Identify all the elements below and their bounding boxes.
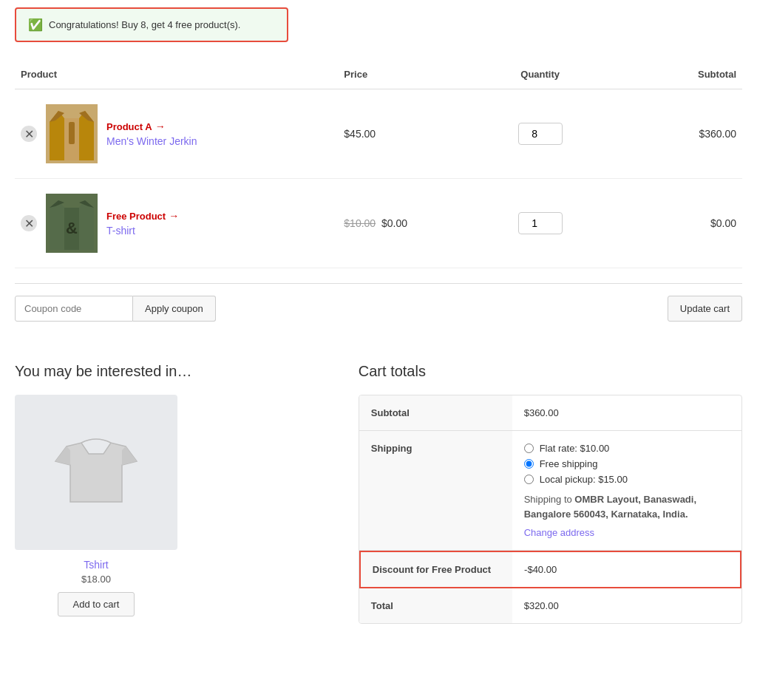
- discount-label: Discount for Free Product: [361, 552, 512, 587]
- subtotal-cell-2: $0.00: [621, 179, 742, 268]
- svg-text:&: &: [66, 219, 78, 237]
- total-label: Total: [359, 588, 512, 623]
- check-icon: ✅: [28, 18, 43, 32]
- apply-coupon-button[interactable]: Apply coupon: [133, 296, 216, 322]
- related-product-card: Tshirt $18.00 Add to cart: [15, 395, 177, 616]
- shipping-option-flat: Flat rate: $10.00: [524, 443, 730, 454]
- alert-message: Congratulations! Buy 8, get 4 free produ…: [49, 19, 240, 30]
- totals-subtotal-row: Subtotal $360.00: [359, 395, 741, 431]
- shipping-free-label: Free shipping: [540, 458, 598, 469]
- remove-item-2-button[interactable]: ✕: [21, 215, 37, 231]
- shipping-address: Shipping to OMBR Layout, Banaswadi, Bang…: [524, 492, 730, 521]
- bottom-section: You may be interested in… Tshirt $18.00 …: [15, 356, 742, 624]
- product-link-1[interactable]: Men's Winter Jerkin: [106, 135, 197, 147]
- price-cell-1: $45.00: [338, 89, 459, 179]
- related-product-image: [15, 395, 177, 550]
- svg-rect-5: [69, 122, 75, 144]
- quantity-input-1[interactable]: [518, 123, 563, 145]
- subtotal-cell-1: $360.00: [621, 89, 742, 179]
- related-tshirt-icon: [52, 428, 140, 517]
- update-cart-button[interactable]: Update cart: [668, 296, 742, 322]
- product-label-a: Product A: [106, 121, 152, 132]
- shipping-local-label: Local pickup: $15.00: [540, 474, 628, 485]
- coupon-input[interactable]: [15, 296, 133, 322]
- cart-totals-title: Cart totals: [359, 363, 742, 380]
- cart-row-1: ✕: [15, 89, 742, 179]
- svg-marker-6: [50, 200, 64, 250]
- cart-table: Product Price Quantity Subtotal ✕: [15, 60, 742, 268]
- col-header-product: Product: [15, 60, 338, 89]
- add-to-cart-button[interactable]: Add to cart: [58, 592, 135, 616]
- jacket-icon: [50, 107, 94, 160]
- col-header-subtotal: Subtotal: [621, 60, 742, 89]
- product-label-free: Free Product: [106, 211, 166, 222]
- cart-row-2: ✕ &: [15, 179, 742, 268]
- shipping-flat-label: Flat rate: $10.00: [540, 443, 610, 454]
- success-alert: ✅ Congratulations! Buy 8, get 4 free pro…: [15, 7, 288, 42]
- product-image-2: &: [46, 194, 98, 253]
- remove-item-1-button[interactable]: ✕: [21, 126, 37, 142]
- related-products-section: You may be interested in… Tshirt $18.00 …: [15, 363, 329, 624]
- discount-value: -$40.00: [512, 552, 740, 587]
- subtotal-value: $360.00: [512, 395, 741, 430]
- col-header-quantity: Quantity: [459, 60, 621, 89]
- shipping-free-radio[interactable]: [524, 459, 534, 469]
- shipping-option-local: Local pickup: $15.00: [524, 474, 730, 485]
- related-product-name[interactable]: Tshirt: [15, 559, 177, 571]
- totals-total-row: Total $320.00: [359, 588, 741, 623]
- product-image-1: [46, 104, 98, 163]
- total-value: $320.00: [512, 588, 741, 623]
- related-products-title: You may be interested in…: [15, 363, 329, 380]
- shipping-options: Flat rate: $10.00 Free shipping Local pi…: [512, 431, 741, 550]
- svg-marker-7: [79, 200, 94, 250]
- subtotal-label: Subtotal: [359, 395, 512, 430]
- quantity-input-2[interactable]: [518, 212, 563, 234]
- tshirt-product-icon: &: [50, 197, 94, 250]
- col-header-price: Price: [338, 60, 459, 89]
- shipping-flat-radio[interactable]: [524, 444, 534, 453]
- shipping-label: Shipping: [359, 431, 512, 550]
- coupon-row: Apply coupon Update cart: [15, 283, 742, 333]
- shipping-local-radio[interactable]: [524, 475, 534, 484]
- totals-shipping-row: Shipping Flat rate: $10.00 Free shipping: [359, 431, 741, 551]
- price-cell-2: $10.00 $0.00: [338, 179, 459, 268]
- totals-discount-row: Discount for Free Product -$40.00: [359, 551, 741, 588]
- related-product-price: $18.00: [15, 574, 177, 585]
- product-link-2[interactable]: T-shirt: [106, 225, 179, 237]
- cart-totals-section: Cart totals Subtotal $360.00 Shipping Fl…: [359, 363, 742, 624]
- shipping-option-free: Free shipping: [524, 458, 730, 469]
- totals-table: Subtotal $360.00 Shipping Flat rate: $10…: [359, 395, 742, 624]
- change-address-link[interactable]: Change address: [524, 527, 594, 538]
- coupon-form: Apply coupon: [15, 296, 216, 322]
